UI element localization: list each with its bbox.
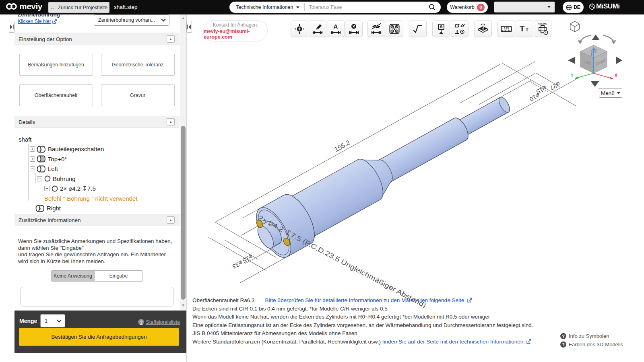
surface-roughness-button[interactable]: Oberflächenrauheit <box>19 84 93 106</box>
back-to-project-list-button[interactable]: ← Zurück zur Projektliste <box>48 2 109 13</box>
geometric-tolerance-button[interactable] <box>451 21 469 37</box>
drill-hole-1[interactable] <box>255 219 264 228</box>
tree-item-right[interactable]: Right <box>19 204 180 214</box>
rotate-left-arrowhead[interactable] <box>578 40 583 44</box>
material-info-link[interactable]: Bitte überprüfen Sie für detaillierte In… <box>265 297 466 303</box>
tilt-up-arrow[interactable] <box>592 35 600 40</box>
meviy-logo-icon <box>6 2 18 11</box>
expander-plus-icon[interactable]: + <box>30 156 35 162</box>
text-size-button[interactable]: T T <box>516 21 533 37</box>
measure-ruler-button[interactable]: 123 <box>497 21 515 37</box>
expander-plus-icon[interactable]: + <box>44 186 50 191</box>
zentrierbohrung-select[interactable]: Zentrierbohrung vorhan... <box>94 14 169 26</box>
dia-10-dim[interactable]: ⌀10 <box>528 92 541 103</box>
tree-item-left[interactable]: − Left <box>19 164 180 174</box>
flange-chamfer-edge <box>252 206 295 260</box>
expander-plus-icon[interactable]: + <box>30 146 35 152</box>
rotate-right-arrowhead[interactable] <box>611 40 616 44</box>
expander-minus-icon[interactable]: − <box>30 166 35 171</box>
hole-pattern-button[interactable] <box>386 21 403 37</box>
contact-email[interactable]: meviy-eu@misumi-europe.com <box>204 29 267 40</box>
toggle-eingabe[interactable]: Eingabe <box>95 270 143 282</box>
external-link-icon[interactable] <box>526 339 531 344</box>
search-category-label: Technische Informationen <box>236 4 293 10</box>
geometric-tolerance-icon <box>454 23 466 35</box>
text-dimension-button[interactable]: A <box>327 21 345 37</box>
tree-root[interactable]: shaft <box>19 134 180 144</box>
locate-dimension-button[interactable] <box>291 21 308 37</box>
shaft-tip-section[interactable] <box>453 95 512 138</box>
tilt-down-arrow[interactable] <box>590 81 599 87</box>
overall-length-dim[interactable]: 155.2 <box>333 139 351 153</box>
model-colors-label: Farben des 3D-Modells <box>569 341 623 348</box>
scrollbar-thumb[interactable] <box>181 126 186 300</box>
tree-item-bauteileigenschaften[interactable]: + Bauteileigenschaften <box>19 144 180 154</box>
misumi-logo[interactable]: MiSUMi <box>589 2 619 10</box>
wireframe-cube-icon[interactable] <box>570 21 580 32</box>
surface-roughness-button[interactable] <box>409 21 427 37</box>
flange-front-face[interactable] <box>250 202 297 263</box>
engraving-button[interactable]: 4 <box>474 21 492 37</box>
collapse-additional-section-button[interactable]: ▲ <box>167 216 175 224</box>
dia-33-dim[interactable]: ⌀33 <box>231 259 244 270</box>
zentrierbohrung-help-link[interactable]: Klicken Sie hier <box>18 19 57 24</box>
external-link-icon[interactable] <box>467 298 472 302</box>
hide-dimension-button[interactable] <box>367 21 385 37</box>
symbol-info-link[interactable]: ? Info zu Symbolen <box>560 332 623 340</box>
geometric-tolerance-button[interactable]: Geometrische Toleranz <box>101 54 175 76</box>
flange-section[interactable] <box>250 189 321 263</box>
expander-minus-icon[interactable]: − <box>37 176 42 181</box>
drill-hole-2[interactable] <box>282 237 291 247</box>
search-category-dropdown[interactable]: Technische Informationen <box>229 4 299 10</box>
note-relief-groove: Eine optionale Entlastungsnut ist an der… <box>192 321 533 330</box>
engraving-button[interactable]: Gravur <box>101 84 175 106</box>
dia-15-right-dim[interactable]: ⌀15 <box>535 84 548 96</box>
chevron-down-icon <box>547 6 551 8</box>
pan-left-arrow[interactable] <box>568 57 575 64</box>
dia-15-left-dim[interactable]: ⌀15 <box>242 253 254 264</box>
scroll-down-arrow[interactable]: ▼ <box>181 303 185 307</box>
additional-section-header: Zusätzliche Informationen ▲ <box>14 214 180 226</box>
project-dropdown[interactable] <box>494 2 555 12</box>
scroll-up-arrow[interactable]: ▲ <box>181 16 185 20</box>
tree-item-top[interactable]: + Top+0° <box>19 154 180 164</box>
shaft-mid-section[interactable] <box>374 115 471 185</box>
tree-item-bohrung[interactable]: − Bohrung <box>19 174 180 184</box>
sidebar-scrollbar[interactable]: ▲ ▼ <box>180 14 186 310</box>
hole-callout-dim[interactable]: 2× ⌀4.2 ↧7.5 (P.C.D.23.5 Ungleichmäßiger… <box>257 214 427 309</box>
cylinder-icon <box>37 165 46 173</box>
six-views-button[interactable]: 6VIEWS <box>534 21 551 37</box>
collapse-sidebar-handle[interactable] <box>186 21 192 33</box>
search-icon[interactable] <box>429 4 436 11</box>
toggle-keine-anweisung[interactable]: Keine Anweisung <box>51 270 95 282</box>
boss-front-face[interactable] <box>255 223 277 251</box>
shaft-tip-end-face[interactable] <box>497 95 512 114</box>
flange-step-ring[interactable] <box>273 189 321 250</box>
technical-info-link[interactable]: finden Sie auf der Seite mit den technis… <box>382 339 525 345</box>
collapse-option-section-button[interactable]: ▲ <box>167 35 175 43</box>
cart-button[interactable]: Warenkorb 0 <box>447 2 488 13</box>
shaft-3d-model[interactable] <box>247 78 521 264</box>
shaft-taper-section[interactable] <box>349 148 401 205</box>
datum-button[interactable]: A <box>432 21 450 37</box>
svg-text:4: 4 <box>481 26 484 30</box>
shaft-body-section[interactable] <box>277 155 389 244</box>
confirm-request-button[interactable]: Bestätigen Sie die Anfragebedingungen <box>19 328 179 346</box>
quantity-select[interactable]: 1 <box>40 314 65 327</box>
meviy-logo[interactable]: meviy <box>6 2 42 11</box>
edit-dimension-button[interactable] <box>309 21 326 37</box>
model-colors-link[interactable]: ? Farben des 3D-Modells <box>560 340 623 349</box>
shaft-step-ring[interactable] <box>449 115 471 143</box>
language-selector[interactable]: DE <box>563 2 584 13</box>
add-dimensions-button[interactable]: Bemaßungen hinzufügen <box>19 54 93 76</box>
zentrierbohrung-link-label: Klicken Sie hier <box>18 19 51 24</box>
delete-dimension-button[interactable] <box>345 21 363 37</box>
collapse-details-section-button[interactable]: ▲ <box>167 118 175 125</box>
boss-section[interactable] <box>255 219 285 251</box>
additional-notes-textarea[interactable] <box>20 287 174 307</box>
search-input[interactable] <box>309 4 429 10</box>
price-list-link[interactable]: ? Staffelpreisliste <box>138 319 180 325</box>
dimension-lines <box>203 32 594 293</box>
expand-panel-handle[interactable] <box>9 21 14 33</box>
pan-right-arrow[interactable] <box>616 57 622 64</box>
